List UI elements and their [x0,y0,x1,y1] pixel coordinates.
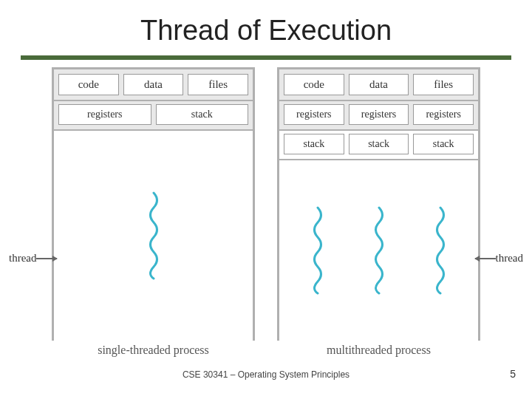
cell-registers: registers [284,104,344,125]
multi-stack-row: stack stack stack [279,131,478,160]
thread-squiggle-icon [372,206,386,295]
multi-registers-row: registers registers registers [279,101,478,131]
thread-label-left: thread [9,252,57,265]
single-threaded-process: code data files registers stack [52,67,255,341]
single-regstack-row: registers stack [54,101,253,131]
arrow-right-icon [475,258,496,259]
multi-thread-area [279,160,478,341]
cell-registers: registers [413,104,474,125]
cell-code: code [284,74,344,95]
cell-stack: stack [413,134,474,154]
cell-registers: registers [349,104,409,125]
cell-data: data [123,74,184,95]
thread-label-text: thread [496,252,523,265]
arrow-left-icon [36,258,57,259]
cell-stack: stack [156,104,249,125]
cell-files: files [188,74,248,95]
cell-data: data [349,74,409,95]
thread-squiggle-icon [434,206,447,295]
multi-shared-row: code data files [279,69,478,101]
cell-stack: stack [349,134,409,154]
thread-squiggle-icon [147,191,160,280]
cell-registers: registers [58,104,151,125]
title-underline [21,55,511,60]
multithreaded-process: code data files registers registers regi… [277,67,480,341]
thread-label-right: thread [475,252,523,265]
diagram-area: thread code data files registers stack c… [52,67,480,348]
cell-files: files [413,74,474,95]
cell-code: code [58,74,119,95]
cell-stack: stack [284,134,344,154]
thread-label-text: thread [9,252,36,265]
footer-text: CSE 30341 – Operating System Principles [0,369,532,380]
page-number: 5 [510,368,516,380]
slide-title: Thread of Execution [0,0,532,55]
single-shared-row: code data files [54,69,253,101]
single-thread-area [54,131,253,341]
thread-squiggle-icon [311,206,324,295]
